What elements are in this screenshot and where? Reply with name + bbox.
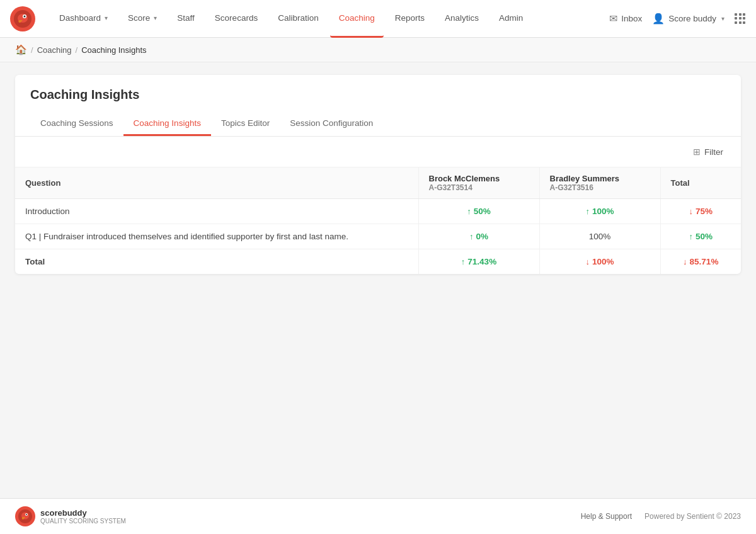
- table-row: Q1 | Fundraiser introduced themselves an…: [15, 224, 741, 249]
- col-header-question: Question: [15, 168, 418, 199]
- footer-logo-icon: [15, 506, 35, 526]
- nav-item-admin[interactable]: Admin: [490, 0, 532, 38]
- arrow-up-icon: ↑: [461, 257, 466, 266]
- dropdown-caret: ▾: [154, 14, 157, 21]
- help-support-link[interactable]: Help & Support: [581, 512, 632, 521]
- page-title: Coaching Insights: [30, 88, 726, 102]
- nav-item-reports[interactable]: Reports: [386, 0, 433, 38]
- table-row-total: Total ↑ 71.43% ↓ 100%: [15, 249, 741, 275]
- home-icon[interactable]: 🏠: [15, 44, 27, 55]
- value: 100%: [589, 232, 611, 241]
- cell-total-q1: ↑ 50%: [660, 224, 741, 249]
- arrow-down-icon: ↓: [585, 257, 590, 266]
- footer-right: Help & Support Powered by Sentient © 202…: [581, 512, 741, 521]
- nav-item-analytics[interactable]: Analytics: [436, 0, 488, 38]
- table-row: Introduction ↑ 50% ↑ 100%: [15, 199, 741, 224]
- tab-topics-editor[interactable]: Topics Editor: [211, 112, 280, 136]
- tab-coaching-insights[interactable]: Coaching Insights: [123, 112, 211, 136]
- tab-coaching-sessions[interactable]: Coaching Sessions: [30, 112, 123, 136]
- cell-brock-intro: ↑ 50%: [418, 199, 539, 224]
- breadcrumb-current: Coaching Insights: [81, 45, 146, 55]
- breadcrumb-coaching[interactable]: Coaching: [37, 45, 72, 55]
- insights-table: Question Brock McClemens A-G32T3514 Brad…: [15, 168, 741, 274]
- table-header-row: Question Brock McClemens A-G32T3514 Brad…: [15, 168, 741, 199]
- value: 50%: [474, 207, 491, 216]
- inbox-icon: ✉: [609, 13, 617, 25]
- col-header-total: Total: [660, 168, 741, 199]
- nav-item-dashboard[interactable]: Dashboard ▾: [50, 0, 117, 38]
- table-toolbar: ⊞ Filter: [15, 137, 741, 168]
- cell-bradley-total: ↓ 100%: [539, 249, 660, 275]
- value: 50%: [696, 232, 713, 241]
- nav-item-coaching[interactable]: Coaching: [330, 0, 384, 38]
- arrow-up-icon: ↑: [689, 232, 693, 241]
- score-buddy-button[interactable]: 👤 Score buddy ▾: [652, 13, 724, 25]
- brand-logo[interactable]: [10, 6, 35, 31]
- value: 0%: [476, 232, 488, 241]
- filter-icon: ⊞: [693, 147, 701, 157]
- tab-session-configuration[interactable]: Session Configuration: [280, 112, 383, 136]
- breadcrumb-separator: /: [76, 45, 78, 55]
- nav-item-scorecards[interactable]: Scorecards: [206, 0, 266, 38]
- arrow-down-icon: ↓: [689, 207, 693, 216]
- page-card: Coaching Insights Coaching Sessions Coac…: [15, 75, 741, 274]
- col-header-bradley: Bradley Summers A-G32T3516: [539, 168, 660, 199]
- grid-icon: [735, 13, 746, 25]
- cell-question: Introduction: [15, 199, 418, 224]
- brand-icon: [10, 6, 35, 31]
- nav-item-staff[interactable]: Staff: [168, 0, 203, 38]
- nav-item-calibration[interactable]: Calibration: [269, 0, 328, 38]
- breadcrumb: 🏠 / Coaching / Coaching Insights: [0, 38, 756, 62]
- value: 85.71%: [690, 257, 719, 266]
- footer-logo: scorebuddy QUALITY SCORING SYSTEM: [15, 506, 126, 526]
- arrow-up-icon: ↑: [467, 207, 471, 216]
- main-navbar: Dashboard ▾ Score ▾ Staff Scorecards Cal…: [0, 0, 756, 38]
- value: 71.43%: [467, 257, 496, 266]
- cell-question-total: Total: [15, 249, 418, 275]
- dropdown-caret: ▾: [105, 14, 108, 21]
- footer: scorebuddy QUALITY SCORING SYSTEM Help &…: [0, 498, 756, 534]
- value: 100%: [592, 257, 614, 266]
- inbox-button[interactable]: ✉ Inbox: [609, 13, 642, 25]
- value: 100%: [592, 207, 614, 216]
- cell-bradley-q1: 100%: [539, 224, 660, 249]
- tabs: Coaching Sessions Coaching Insights Topi…: [30, 112, 726, 136]
- arrow-up-icon: ↑: [585, 207, 590, 216]
- arrow-down-icon: ↓: [683, 257, 687, 266]
- cell-brock-total: ↑ 71.43%: [418, 249, 539, 275]
- nav-menu: Dashboard ▾ Score ▾ Staff Scorecards Cal…: [50, 0, 609, 38]
- filter-button[interactable]: ⊞ Filter: [688, 144, 728, 159]
- main-content: Coaching Insights Coaching Sessions Coac…: [0, 62, 756, 498]
- col-header-brock: Brock McClemens A-G32T3514: [418, 168, 539, 199]
- breadcrumb-separator: /: [31, 45, 33, 55]
- cell-total-total: ↓ 85.71%: [660, 249, 741, 275]
- footer-logo-sub: QUALITY SCORING SYSTEM: [40, 518, 126, 525]
- grid-menu-button[interactable]: [735, 13, 746, 25]
- footer-powered: Powered by Sentient © 2023: [644, 512, 741, 521]
- dropdown-caret: ▾: [721, 15, 724, 22]
- nav-right: ✉ Inbox 👤 Score buddy ▾: [609, 13, 746, 25]
- value: 75%: [696, 207, 713, 216]
- cell-brock-q1: ↑ 0%: [418, 224, 539, 249]
- cell-total-intro: ↓ 75%: [660, 199, 741, 224]
- svg-point-3: [24, 15, 26, 17]
- page-header: Coaching Insights Coaching Sessions Coac…: [15, 75, 741, 137]
- svg-point-7: [26, 514, 27, 515]
- cell-question: Q1 | Fundraiser introduced themselves an…: [15, 224, 418, 249]
- arrow-up-icon: ↑: [469, 232, 474, 241]
- user-icon: 👤: [652, 13, 665, 25]
- nav-item-score[interactable]: Score ▾: [119, 0, 166, 38]
- cell-bradley-intro: ↑ 100%: [539, 199, 660, 224]
- footer-logo-text: scorebuddy: [40, 508, 126, 518]
- table-area: ⊞ Filter Question Brock McClemens A-G32T…: [15, 137, 741, 274]
